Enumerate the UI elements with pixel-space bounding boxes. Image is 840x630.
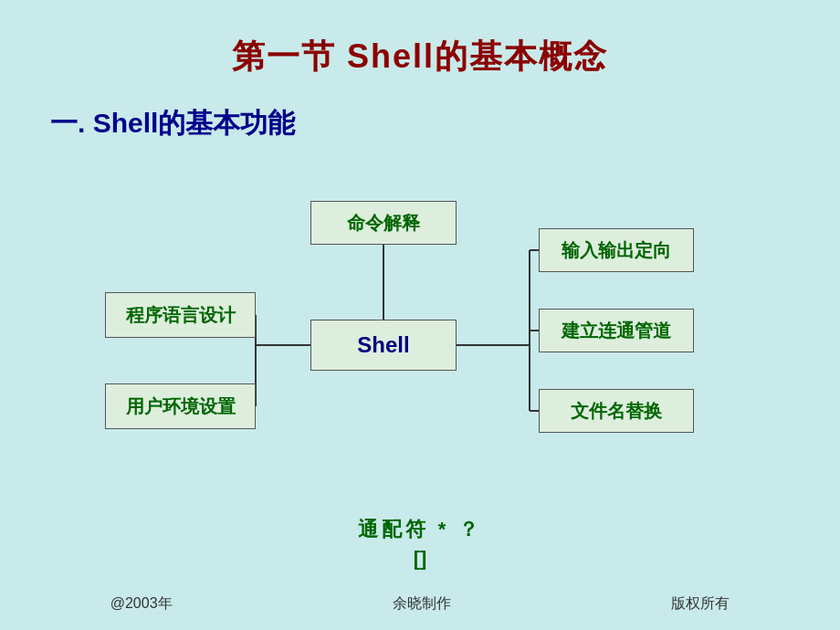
box-wenjian: 文件名替换 <box>539 389 694 433</box>
box-yonghu: 用户环境设置 <box>105 383 256 429</box>
box-jianlian: 建立连通管道 <box>539 309 694 352</box>
subtitle: 一. Shell的基本功能 <box>50 105 840 142</box>
diagram-area: 命令解释 Shell 程序语言设计 用户环境设置 输入输出定向 建立连通管道 文… <box>55 201 822 530</box>
footer-note-2: [] <box>0 547 840 571</box>
box-shell: Shell <box>310 320 457 371</box>
box-chengxu: 程序语言设计 <box>105 292 256 338</box>
footer-note: 通配符 * ？ <box>0 516 840 543</box>
footer-left: @2003年 <box>110 594 173 614</box>
footer-center: 余晓制作 <box>393 594 451 614</box>
box-shuru: 输入输出定向 <box>539 228 694 272</box>
box-minglingjiexi: 命令解释 <box>310 201 457 245</box>
page: 第一节 Shell的基本概念 一. Shell的基本功能 <box>0 0 840 630</box>
footer-bar: @2003年 余晓制作 版权所有 <box>0 594 840 614</box>
page-title: 第一节 Shell的基本概念 <box>0 0 840 79</box>
footer-right: 版权所有 <box>671 594 730 614</box>
